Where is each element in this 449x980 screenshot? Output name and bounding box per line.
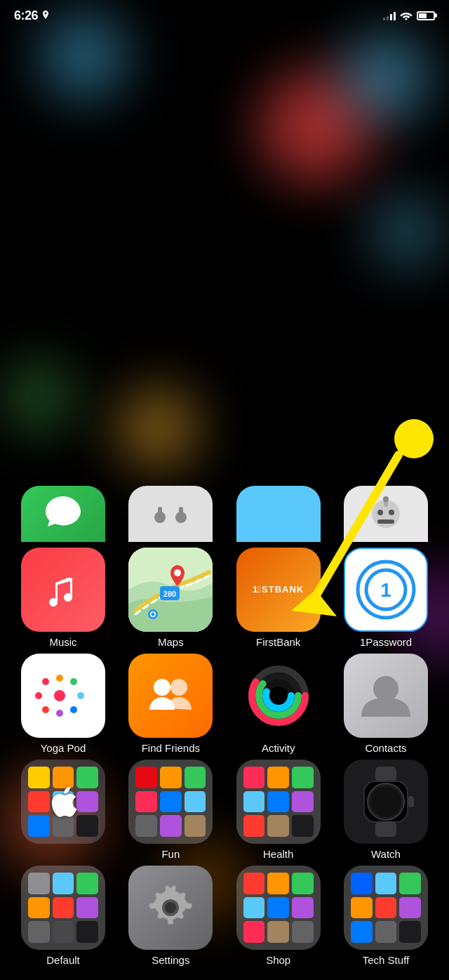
health-app[interactable]: Health <box>229 760 328 860</box>
tech-stuff-label: Tech Stuff <box>363 954 409 966</box>
music-app-icon <box>41 567 86 613</box>
wifi-icon <box>400 11 413 20</box>
shop-label: Shop <box>266 954 290 966</box>
app-row-partial <box>14 486 435 542</box>
settings-app[interactable]: Settings <box>121 866 220 966</box>
1password-app-icon: 1 <box>354 558 417 621</box>
firstbank-app[interactable]: 1⃣STBANK FirstBank <box>229 548 328 648</box>
app-row-2: Fun Health <box>14 760 435 860</box>
default-label: Default <box>46 954 80 966</box>
svg-point-30 <box>170 679 187 696</box>
svg-point-26 <box>42 706 49 713</box>
watch-app-icon <box>358 767 414 837</box>
blue-app-partial[interactable] <box>229 486 328 542</box>
svg-text:280: 280 <box>163 590 176 598</box>
bokeh-circle <box>119 390 196 467</box>
robot-app-partial[interactable] <box>337 486 435 542</box>
svg-point-20 <box>42 678 49 685</box>
maps-app-icon: 280 <box>128 548 213 632</box>
airpods-app-partial[interactable] <box>121 486 220 542</box>
messages-app-partial[interactable] <box>14 486 112 542</box>
activity-label: Activity <box>262 742 295 754</box>
app-row-1: Default Settings <box>14 866 435 966</box>
svg-rect-44 <box>375 821 396 837</box>
svg-point-23 <box>77 692 84 699</box>
music-app[interactable]: Music <box>14 548 112 648</box>
apple-folder-app[interactable] <box>14 760 112 860</box>
yoga-pod-icon <box>32 664 95 727</box>
svg-point-13 <box>174 569 181 576</box>
messages-icon <box>42 493 84 531</box>
location-icon <box>41 11 50 20</box>
fun-app[interactable]: Fun <box>121 760 220 860</box>
svg-point-5 <box>377 510 383 515</box>
health-label: Health <box>263 848 293 860</box>
svg-rect-1 <box>158 507 162 517</box>
find-friends-icon <box>142 668 199 724</box>
bokeh-circle <box>260 70 372 183</box>
svg-point-37 <box>373 676 398 701</box>
svg-rect-7 <box>377 519 394 524</box>
settings-icon-svg <box>142 880 199 936</box>
arrow-dot <box>394 419 434 458</box>
svg-rect-3 <box>179 507 183 517</box>
robot-icon <box>365 493 407 535</box>
svg-point-24 <box>70 706 77 713</box>
contacts-icon <box>354 664 417 727</box>
app-row-4: Music 280 <box>14 548 435 648</box>
bokeh-circle <box>372 197 442 267</box>
watch-app[interactable]: Watch <box>337 760 435 860</box>
svg-point-25 <box>56 710 63 717</box>
1password-app[interactable]: 1 1Password <box>337 548 435 648</box>
svg-point-9 <box>383 496 389 502</box>
svg-point-42 <box>370 786 401 817</box>
apple-logo <box>49 786 77 818</box>
1password-label: 1Password <box>360 636 412 648</box>
battery-icon <box>417 11 435 20</box>
watch-label: Watch <box>371 848 401 860</box>
firstbank-label: FirstBank <box>256 636 300 648</box>
fun-label: Fun <box>161 848 180 860</box>
tech-stuff-app[interactable]: Tech Stuff <box>337 866 435 966</box>
svg-point-29 <box>154 679 170 696</box>
maps-app[interactable]: 280 Maps <box>121 548 220 648</box>
svg-point-22 <box>70 678 77 685</box>
settings-label: Settings <box>152 954 189 966</box>
status-right <box>383 11 435 20</box>
airpods-icon <box>146 493 195 542</box>
music-label: Music <box>49 636 76 648</box>
maps-label: Maps <box>158 636 184 648</box>
svg-text:1: 1 <box>380 579 391 601</box>
svg-point-6 <box>389 510 394 515</box>
default-app[interactable]: Default <box>14 866 112 966</box>
activity-app[interactable]: Activity <box>229 654 328 754</box>
app-row-3: Yoga Pod Find Friends <box>14 654 435 754</box>
status-time: 6:26 <box>14 8 50 23</box>
svg-point-46 <box>165 902 176 913</box>
shop-app[interactable]: Shop <box>229 866 328 966</box>
yoga-pod-app[interactable]: Yoga Pod <box>14 654 112 754</box>
signal-icon <box>383 11 396 20</box>
app-grid: Music 280 <box>0 486 449 980</box>
svg-point-28 <box>54 690 65 701</box>
yoga-pod-label: Yoga Pod <box>41 742 86 754</box>
bokeh-circle <box>7 365 70 428</box>
bokeh-circle <box>344 35 428 119</box>
svg-rect-38 <box>375 767 396 782</box>
activity-icon <box>247 664 310 727</box>
svg-point-16 <box>152 613 155 616</box>
contacts-app[interactable]: Contacts <box>337 654 435 754</box>
contacts-label: Contacts <box>365 742 406 754</box>
find-friends-label: Find Friends <box>142 742 200 754</box>
svg-point-21 <box>56 675 63 682</box>
status-bar: 6:26 <box>0 0 449 31</box>
svg-point-27 <box>35 692 42 699</box>
firstbank-text: 1⃣STBANK <box>253 584 304 595</box>
apple-folder-label <box>62 848 65 860</box>
find-friends-app[interactable]: Find Friends <box>121 654 220 754</box>
svg-rect-43 <box>408 796 414 807</box>
